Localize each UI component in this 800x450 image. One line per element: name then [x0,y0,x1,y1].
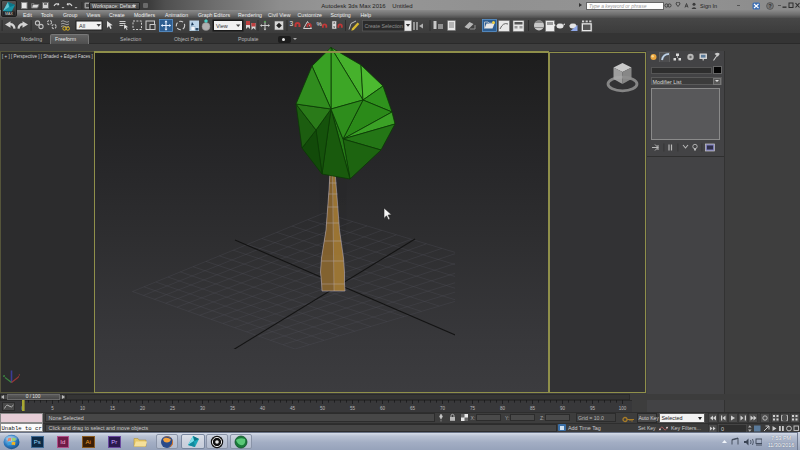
svg-text:75: 75 [470,406,476,411]
svg-text:3: 3 [290,20,294,27]
svg-text:80: 80 [500,406,506,411]
svg-text:15: 15 [110,406,116,411]
svg-text:50: 50 [320,406,326,411]
svg-text:40: 40 [260,406,266,411]
svg-text:100: 100 [619,406,627,411]
svg-text:45: 45 [290,406,296,411]
svg-text:View: View [216,23,228,29]
svg-text:65: 65 [410,406,416,411]
svg-text:0: 0 [721,425,724,431]
svg-text:5: 5 [51,406,54,411]
svg-text:55: 55 [350,406,356,411]
svg-text:85: 85 [530,406,536,411]
svg-text:10: 10 [80,406,86,411]
svg-text:%: % [317,21,323,27]
svg-text:30: 30 [200,406,206,411]
svg-text:Sign In: Sign In [700,3,717,9]
svg-text:20: 20 [140,406,146,411]
svg-text:?: ? [768,3,771,9]
svg-text:90: 90 [560,406,566,411]
svg-text:70: 70 [440,406,446,411]
svg-text:35: 35 [230,406,236,411]
svg-text:95: 95 [590,406,596,411]
svg-text:All: All [79,23,85,29]
svg-text:60: 60 [380,406,386,411]
svg-text:Create Selection S: Create Selection S [365,23,409,29]
svg-text:25: 25 [170,406,176,411]
